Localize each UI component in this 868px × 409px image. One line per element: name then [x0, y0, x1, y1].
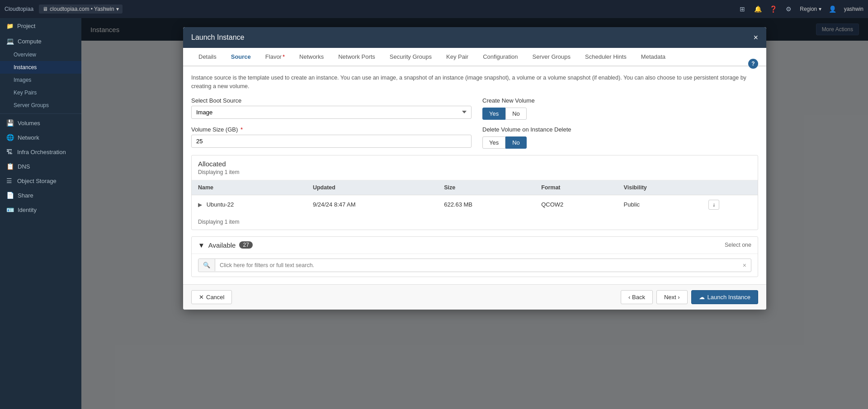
topbar-right: ⊞ 🔔 ❓ ⚙ Region ▾ 👤 yashwin — [738, 5, 863, 13]
available-badge: 27 — [239, 241, 252, 249]
available-title: ▼ Available 27 — [198, 241, 253, 249]
tab-source[interactable]: Source — [224, 48, 258, 66]
row-action-cell: ↓ — [702, 195, 758, 214]
available-section: ▼ Available 27 Select one 🔍 × — [191, 236, 758, 277]
share-icon: 📄 — [6, 192, 14, 199]
topbar: Cloudtopiaa 🖥 cloudtopiaa.com • Yashwin … — [0, 0, 868, 18]
delete-volume-group: Delete Volume on Instance Delete Yes No — [482, 126, 571, 149]
help-icon[interactable]: ❓ — [769, 5, 777, 13]
boot-source-select[interactable]: Image — [191, 106, 472, 119]
tab-networks[interactable]: Networks — [292, 48, 331, 66]
create-volume-toggle: Yes No — [482, 108, 535, 120]
delete-volume-no-button[interactable]: No — [505, 136, 527, 149]
region-selector[interactable]: Region ▾ — [800, 6, 821, 12]
create-volume-group: Create New Volume Yes No — [482, 97, 535, 120]
tab-key-pair[interactable]: Key Pair — [439, 48, 476, 66]
row-visibility-cell: Public — [618, 195, 702, 214]
create-volume-no-button[interactable]: No — [505, 108, 527, 120]
available-search-bar: 🔍 × — [198, 259, 751, 272]
brand-logo: Cloudtopiaa — [5, 6, 33, 12]
sidebar-item-volumes[interactable]: 💾 Volumes — [0, 116, 81, 130]
tab-security-groups[interactable]: Security Groups — [382, 48, 439, 66]
back-button[interactable]: ‹ Back — [621, 290, 653, 304]
allocated-table-header-row: Name Updated Size Format Visibility — [192, 180, 758, 195]
allocated-header: Allocated Displaying 1 item — [192, 155, 758, 180]
search-clear-button[interactable]: × — [738, 259, 751, 272]
sidebar-item-object-storage[interactable]: ☰ Object Storage — [0, 174, 81, 188]
monitor-icon: 🖥 — [42, 6, 48, 12]
launch-instance-button[interactable]: ☁ Launch Instance — [691, 290, 758, 304]
sidebar-item-share[interactable]: 📄 Share — [0, 188, 81, 202]
help-button[interactable]: ? — [748, 59, 758, 69]
project-icon: 📁 — [6, 23, 14, 29]
sidebar-divider-1 — [0, 113, 81, 114]
compute-icon: 💻 — [6, 38, 14, 45]
modal-footer: ✕ Cancel ‹ Back Next › ☁ Launch Instance — [183, 284, 766, 310]
modal-header: Launch Instance × — [183, 27, 766, 48]
user-icon: 👤 — [829, 5, 837, 13]
bell-icon[interactable]: 🔔 — [754, 5, 762, 13]
modal-close-button[interactable]: × — [753, 33, 758, 42]
footer-right: ‹ Back Next › ☁ Launch Instance — [621, 290, 758, 304]
sidebar-item-compute[interactable]: 💻 Compute — [0, 34, 81, 48]
identity-icon: 🪪 — [6, 206, 14, 213]
cancel-button[interactable]: ✕ Cancel — [191, 290, 232, 304]
delete-volume-yes-button[interactable]: Yes — [482, 136, 505, 149]
form-row: Select Boot Source Image Create New Volu… — [191, 97, 758, 120]
topbar-url[interactable]: 🖥 cloudtopiaa.com • Yashwin ▾ — [39, 5, 123, 14]
tab-details[interactable]: Details — [191, 48, 224, 66]
network-icon: 🌐 — [6, 134, 14, 141]
volume-size-input[interactable] — [191, 135, 472, 148]
delete-volume-toggle: Yes No — [482, 136, 571, 149]
sidebar-item-overview[interactable]: Overview — [0, 48, 81, 61]
sidebar-item-key-pairs[interactable]: Key Pairs — [0, 86, 81, 99]
allocated-footer-count: Displaying 1 item — [192, 214, 758, 230]
sidebar-item-dns[interactable]: 📋 DNS — [0, 159, 81, 174]
row-format-cell: QCOW2 — [535, 195, 617, 214]
col-name: Name — [192, 180, 307, 195]
username[interactable]: yashwin — [844, 6, 863, 12]
launch-instance-modal: Launch Instance × Details Source Flavor*… — [183, 27, 766, 310]
infra-icon: 🏗 — [6, 148, 14, 155]
create-volume-label: Create New Volume — [482, 97, 535, 104]
allocated-table-head: Name Updated Size Format Visibility — [192, 180, 758, 195]
object-storage-icon: ☰ — [6, 177, 14, 184]
sidebar-item-images[interactable]: Images — [0, 74, 81, 86]
allocated-section: Allocated Displaying 1 item Name Updated… — [191, 155, 758, 230]
col-visibility: Visibility — [618, 180, 702, 195]
sidebar-item-project[interactable]: 📁 Project — [0, 18, 81, 34]
grid-icon[interactable]: ⊞ — [738, 5, 746, 13]
tab-network-ports[interactable]: Network Ports — [331, 48, 382, 66]
volume-size-required: * — [241, 126, 243, 133]
tab-configuration[interactable]: Configuration — [476, 48, 525, 66]
cancel-x-icon: ✕ — [199, 294, 204, 301]
sidebar-item-infra[interactable]: 🏗 Infra Orchestration — [0, 145, 81, 159]
allocated-table: Name Updated Size Format Visibility ▶ — [192, 180, 758, 214]
create-volume-yes-button[interactable]: Yes — [482, 108, 505, 120]
modal-title: Launch Instance — [191, 33, 244, 42]
sidebar-item-server-groups[interactable]: Server Groups — [0, 99, 81, 112]
sidebar-item-identity[interactable]: 🪪 Identity — [0, 202, 81, 217]
tab-scheduler-hints[interactable]: Scheduler Hints — [578, 48, 634, 66]
row-move-down-button[interactable]: ↓ — [708, 200, 719, 210]
search-icon: 🔍 — [198, 259, 215, 271]
sidebar-item-instances[interactable]: Instances — [0, 61, 81, 74]
tab-flavor[interactable]: Flavor* — [258, 48, 292, 66]
next-button[interactable]: Next › — [656, 290, 688, 304]
sidebar-item-network[interactable]: 🌐 Network — [0, 130, 81, 145]
available-search-input[interactable] — [215, 259, 738, 271]
gear-icon[interactable]: ⚙ — [784, 5, 793, 13]
tab-server-groups[interactable]: Server Groups — [525, 48, 578, 66]
col-actions-head — [702, 180, 758, 195]
footer-left: ✕ Cancel — [191, 290, 232, 304]
row-expand-button[interactable]: ▶ — [198, 202, 202, 208]
sidebar: 📁 Project 💻 Compute Overview Instances I… — [0, 18, 81, 409]
allocated-table-body: ▶ Ubuntu-22 9/24/24 8:47 AM 622.63 MB QC… — [192, 195, 758, 214]
dropdown-icon: ▾ — [116, 6, 119, 12]
tab-metadata[interactable]: Metadata — [634, 48, 673, 66]
available-header: ▼ Available 27 Select one — [192, 237, 758, 254]
volume-size-row: Volume Size (GB) * Delete Volume on Inst… — [191, 126, 758, 149]
topbar-left: Cloudtopiaa 🖥 cloudtopiaa.com • Yashwin … — [5, 5, 123, 14]
boot-source-group: Select Boot Source Image — [191, 97, 472, 119]
volume-size-group: Volume Size (GB) * — [191, 126, 472, 148]
